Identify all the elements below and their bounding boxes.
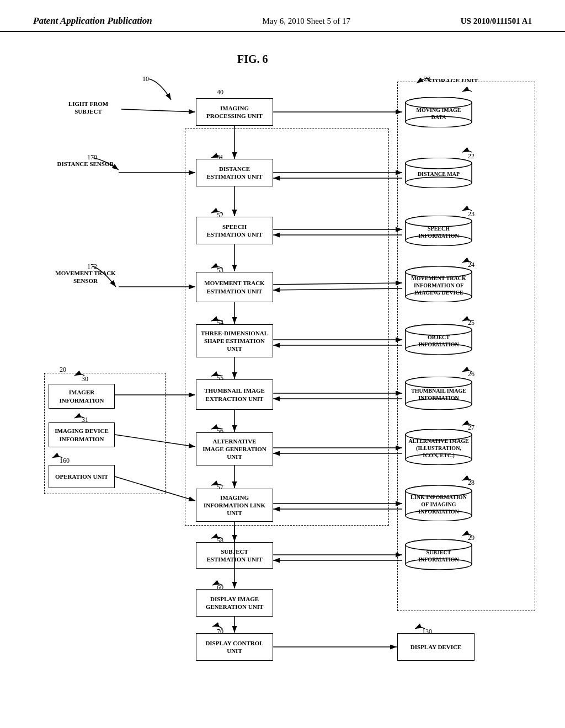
ref-30: 30 bbox=[82, 375, 88, 383]
imaging-info-link-box: IMAGING INFORMATION LINK UNIT bbox=[196, 489, 273, 522]
imaging-device-info-box: IMAGING DEVICE INFORMATION bbox=[49, 422, 115, 447]
speech-estimation-box: SPEECH ESTIMATION UNIT bbox=[196, 217, 273, 244]
alternative-image-cylinder: ALTERNATIVE IMAGE (ILLUSTRATION, ICON, E… bbox=[403, 429, 475, 465]
light-from-subject-label: LIGHT FROM SUBJECT bbox=[55, 100, 121, 116]
three-dimensional-box: THREE-DIMENSIONAL SHAPE ESTIMATION UNIT bbox=[196, 324, 273, 357]
movement-track-cylinder: MOVEMENT TRACK INFORMATION OF IMAGING DE… bbox=[403, 266, 475, 302]
ref-10: 10 bbox=[142, 75, 149, 83]
moving-image-cylinder: MOVING IMAGE DATA bbox=[403, 97, 475, 127]
speech-info-cylinder: SPEECH INFORMATION bbox=[403, 216, 475, 246]
page-header: Patent Application Publication May 6, 20… bbox=[0, 0, 565, 32]
ref-160: 160 bbox=[60, 457, 70, 465]
subject-info-cylinder: SUBJECT INFORMATION bbox=[403, 539, 475, 570]
display-device-box: DISPLAY DEVICE bbox=[397, 633, 475, 661]
thumbnail-extraction-box: THUMBNAIL IMAGE EXTRACTION UNIT bbox=[196, 379, 273, 410]
publication-label: Patent Application Publication bbox=[33, 15, 152, 26]
alternative-gen-box: ALTERNATIVE IMAGE GENERATION UNIT bbox=[196, 432, 273, 465]
svg-point-11 bbox=[406, 158, 472, 169]
ref-27: 27 bbox=[468, 424, 475, 432]
ref-23: 23 bbox=[468, 210, 475, 218]
thumbnail-info-cylinder: THUMBNAIL IMAGE INFORMATION bbox=[403, 377, 475, 410]
link-info-cylinder: LINK INFORMATION OF IMAGING INFORMATION bbox=[403, 485, 475, 521]
patent-number-label: US 2010/0111501 A1 bbox=[461, 17, 532, 26]
movement-track-estimation-box: MOVEMENT TRACK ESTIMATION UNIT bbox=[196, 272, 273, 302]
date-sheet-label: May 6, 2010 Sheet 5 of 17 bbox=[262, 17, 350, 26]
movement-track-sensor-label: MOVEMENT TRACK SENSOR bbox=[50, 269, 121, 285]
subject-estimation-box: SUBJECT ESTIMATION UNIT bbox=[196, 542, 273, 569]
svg-point-10 bbox=[406, 177, 472, 188]
ref-24: 24 bbox=[468, 261, 475, 269]
operation-unit-box: OPERATION UNIT bbox=[49, 465, 115, 488]
ref-22: 22 bbox=[468, 152, 475, 160]
display-image-gen-box: DISPLAY IMAGE GENERATION UNIT bbox=[196, 589, 273, 617]
distance-estimation-box: DISTANCE ESTIMATION UNIT bbox=[196, 159, 273, 186]
ref-40: 40 bbox=[217, 88, 223, 97]
imaging-processing-box: IMAGING PROCESSING UNIT bbox=[196, 98, 273, 126]
svg-line-56 bbox=[121, 109, 195, 112]
display-control-box: DISPLAY CONTROL UNIT bbox=[196, 633, 273, 661]
distance-map-cylinder: DISTANCE MAP bbox=[403, 158, 475, 188]
diagram-area: FIG. 6 10 20 STORAGE UNIT 21 LIGHT FROM … bbox=[0, 38, 565, 721]
ref-26: 26 bbox=[468, 370, 475, 378]
imager-info-box: IMAGER INFORMATION bbox=[49, 384, 115, 409]
object-info-cylinder: OBJECT INFORMATION bbox=[403, 324, 475, 355]
distance-sensor-label: DISTANCE SENSOR bbox=[52, 160, 119, 168]
ref-28: 28 bbox=[468, 479, 475, 487]
ref-25: 25 bbox=[468, 319, 475, 327]
ref-29: 29 bbox=[468, 534, 475, 542]
svg-point-35 bbox=[406, 377, 472, 388]
figure-title: FIG. 6 bbox=[237, 53, 268, 66]
